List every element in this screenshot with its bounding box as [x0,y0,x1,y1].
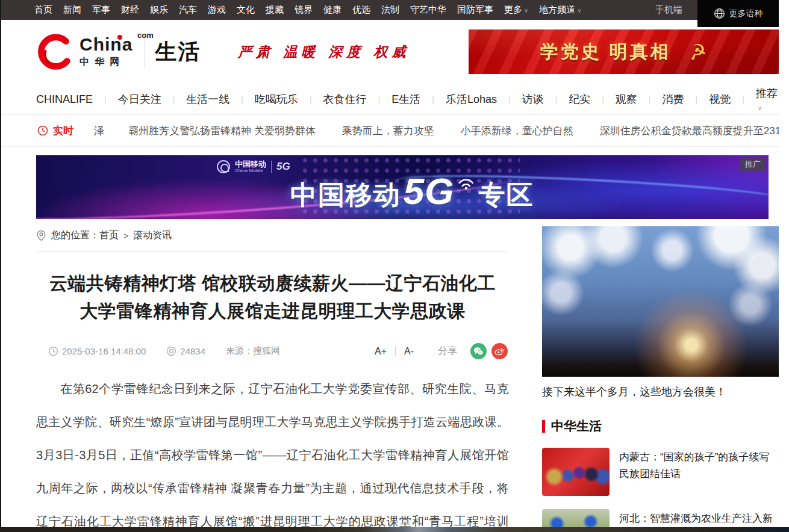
top-nav-link[interactable]: 守艺中华 [410,4,446,16]
channel-title[interactable]: 生活 [155,37,201,67]
banner-headline: 中国移动 5G 专区 [290,170,534,213]
font-increase-button[interactable]: A+ [375,346,387,357]
nav-separator: | [742,94,744,104]
top-nav-more-dropdown[interactable]: 更多∨ [504,4,528,16]
channel-nav: CHINALIFE|今日关注|生活一线|吃喝玩乐|衣食住行|E生活|乐活Loha… [0,84,779,115]
channel-nav-link[interactable]: 消费 [663,92,684,107]
channel-nav-link[interactable]: 观察 [616,92,637,107]
logo-brand-text: China [80,36,133,54]
channel-nav-link[interactable]: 生活一线 [186,92,229,107]
china-mobile-5g-ad-banner[interactable]: 中国移动 China Mobile 5G 中国移动 5G 专区 推广 [36,155,769,219]
clock-icon [37,125,48,136]
nav-separator: | [104,94,107,104]
sidebar-news-list: 内蒙古：“国家的孩子”的孩子续写民族团结佳话 河北：智慧灌溉为农业生产注入新活力 [542,448,779,532]
section-title: 中华生活 [551,418,602,435]
banner-headline-suffix: 专区 [479,178,534,213]
publish-datetime: 2025-03-16 14:48:00 [62,346,146,356]
article-column: 您的位置： 首页 > 滚动资讯 云端共铸精神灯塔 馆校联动赓续薪火——辽宁石油化… [36,226,509,532]
share-weibo-button[interactable] [491,343,508,359]
top-nav-link[interactable]: 优选 [352,4,370,16]
nav-separator: | [508,94,511,104]
ticker-item-link[interactable]: 小手添新绿，童心护自然 [461,124,573,138]
nav-separator: | [173,94,175,104]
wifi-icon [457,176,475,190]
top-nav-link[interactable]: 财经 [121,4,139,16]
sidebar-feature-photo[interactable] [542,226,779,377]
language-switcher[interactable]: 更多语种 [697,0,779,27]
nav-separator: | [432,94,434,104]
chinacom-logo-icon[interactable] [36,34,73,71]
font-decrease-button[interactable]: A- [404,346,414,357]
realtime-label: 实时 [53,124,73,138]
top-nav-region-dropdown[interactable]: 地方频道∨ [539,4,581,16]
banner-logo-divider [271,161,272,173]
share-wechat-button[interactable] [470,343,487,359]
banner-headline-5g: 5G [404,170,455,212]
top-nav-link[interactable]: 法制 [381,4,399,16]
sidebar-news-item[interactable]: 内蒙古：“国家的孩子”的孩子续写民族团结佳话 [542,448,779,496]
channel-nav-link[interactable]: 衣食住行 [323,92,367,107]
channel-nav-link[interactable]: 视觉 [709,92,731,107]
news-item-title: 内蒙古：“国家的孩子”的孩子续写民族团结佳话 [619,448,779,496]
channel-nav-link[interactable]: E生活 [391,92,420,107]
weibo-icon [494,347,505,356]
ad-banner-text: 学党史 明真相 [540,40,670,64]
top-nav-link[interactable]: 娱乐 [150,4,168,16]
sidebar-photo-caption[interactable]: 接下来这半个多月，这些地方会很美！ [542,384,779,400]
top-nav-link[interactable]: 新闻 [63,4,81,16]
article-meta-row: 2025-03-16 14:48:00 24834 来源：搜狐网 A+ A- 分… [36,343,509,359]
main-content: 您的位置： 首页 > 滚动资讯 云端共铸精神灯塔 馆校联动赓续薪火——辽宁石油化… [0,219,779,532]
top-nav-link[interactable]: 镜界 [295,4,313,16]
nav-separator: | [555,94,558,104]
ticker-item-link[interactable]: 霸州胜芳义警弘扬雷锋精神 关爱弱势群体 [128,124,316,138]
party-history-ad-banner[interactable]: 学党史 明真相 ☭ [469,29,779,74]
china-mobile-logo: 中国移动 China Mobile 5G [217,160,290,173]
globe-icon [714,8,725,19]
channel-nav-link[interactable]: 纪实 [569,92,590,107]
location-pin-icon [36,230,46,241]
top-nav-items: 首页新闻军事财经娱乐汽车游戏文化援藏镜界健康优选法制守艺中华国防军事 [34,4,504,16]
logo-chinese-text: 中华网 [80,56,133,69]
news-thumbnail [542,448,610,496]
ticker-item-partial[interactable]: 泽 [94,124,104,138]
sidebar-section-header: 中华生活 [542,418,779,435]
article-body-paragraph: 在第62个学雷锋纪念日到来之际，辽宁石油化工大学党委宣传部、研究生院、马克思主义… [36,373,509,532]
channel-nav-link[interactable]: 吃喝玩乐 [255,92,298,107]
top-nav-link[interactable]: 文化 [237,4,255,16]
channel-nav-link[interactable]: 今日关注 [118,92,161,107]
window-left-edge [0,0,1,532]
channel-nav-link[interactable]: CHINALIFE [36,93,93,106]
breadcrumb-home-link[interactable]: 首页 [99,229,119,242]
breadcrumb: 您的位置： 首页 > 滚动资讯 [36,227,509,252]
ticker-item-link[interactable]: 乘势而上，蓄力攻坚 [342,124,434,138]
channel-nav-items: CHINALIFE|今日关注|生活一线|吃喝玩乐|衣食住行|E生活|乐活Loha… [36,92,756,107]
breadcrumb-separator: > [123,231,128,241]
top-nav-link[interactable]: 军事 [92,4,110,16]
mobile-version-link[interactable]: 手机端 [655,0,682,20]
top-nav-link[interactable]: 援藏 [266,4,284,16]
ticker-item-link[interactable]: 深圳住房公积金贷款最高额度提升至231万元 [600,124,779,138]
site-header: China com 中华网 生活 严肃 温暖 深度 权威 学党史 明真相 ☭ [0,20,779,84]
share-label: 分享 [438,345,457,357]
promo-tag: 推广 [740,158,766,171]
top-nav-link[interactable]: 汽车 [179,4,197,16]
breadcrumb-label: 您的位置： [51,229,99,242]
chevron-down-icon: ∨ [758,105,762,111]
channel-nav-link[interactable]: 访谈 [522,92,544,107]
wechat-icon [473,347,484,356]
top-nav-link[interactable]: 国防军事 [457,4,493,16]
channel-nav-link[interactable]: 乐活Lohas [446,92,497,107]
nav-separator: | [602,94,604,104]
sidebar: 接下来这半个多月，这些地方会很美！ 中华生活 内蒙古：“国家的孩子”的孩子续写民… [542,226,779,532]
top-nav-link[interactable]: 首页 [34,4,52,16]
top-nav-bar: 首页新闻军事财经娱乐汽车游戏文化援藏镜界健康优选法制守艺中华国防军事 更多∨ 地… [0,0,779,20]
top-nav-link[interactable]: 游戏 [208,4,226,16]
chevron-down-icon: ∨ [524,7,528,14]
top-nav-link[interactable]: 健康 [323,4,341,16]
breadcrumb-current-link[interactable]: 滚动资讯 [133,229,172,242]
chinacom-logo-text[interactable]: China com 中华网 [80,36,133,69]
channel-nav-recommend-dropdown[interactable]: 推荐∨ [756,86,779,113]
font-buttons-divider [395,347,396,356]
logo-com-text: com [137,31,154,40]
nav-separator: | [241,94,243,104]
